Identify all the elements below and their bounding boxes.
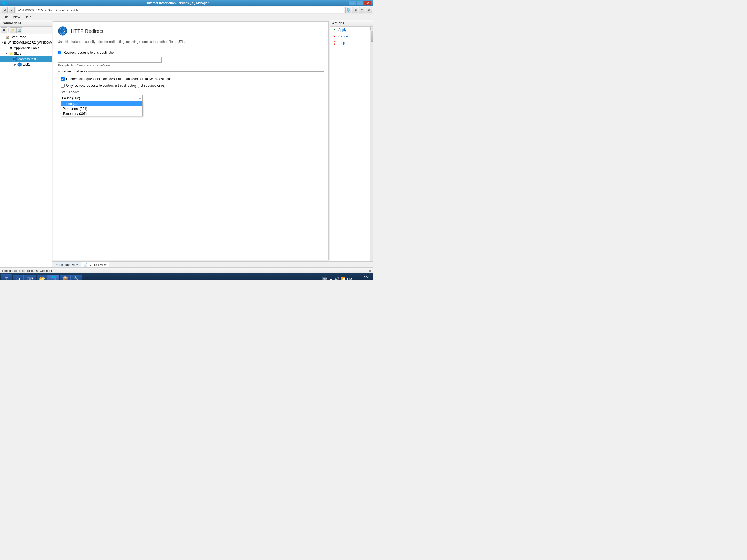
redirect-subdir-checkbox[interactable] xyxy=(61,84,65,87)
title-bar-icon: 🌐 xyxy=(2,1,7,5)
tree-label-sites: Sites xyxy=(14,52,21,55)
breadcrumb-contoso[interactable]: contoso.test xyxy=(59,8,75,12)
status-code-dropdown-container: Found (302) ▼ Found (302) Permanent (301… xyxy=(61,95,143,101)
clock-date: 12/10/2016 xyxy=(355,279,370,280)
breadcrumb-sep1: ▶ xyxy=(45,8,47,11)
action-cancel[interactable]: ✖ Cancel xyxy=(330,33,370,40)
tree-toggle-test1: ▶ xyxy=(13,62,18,67)
sidebar-tool-computer[interactable]: 🖥 xyxy=(1,27,7,33)
title-bar: 🌐 Internet Information Services (IIS) Ma… xyxy=(0,0,374,6)
tree-item-test1[interactable]: ▶ test1 xyxy=(0,62,52,67)
restore-button[interactable]: ❐ xyxy=(357,1,364,5)
minimize-button[interactable]: ─ xyxy=(349,1,356,5)
tray-arrow-icon[interactable]: ▲ xyxy=(329,277,333,280)
tray-volume-icon[interactable]: 🔊 xyxy=(334,277,339,280)
action-help[interactable]: ❓ Help xyxy=(330,40,370,46)
server-icon: 🖥 xyxy=(4,41,7,45)
tree-label-test1: test1 xyxy=(23,62,30,67)
actions-header: Actions xyxy=(330,20,374,27)
start-icon: ⊞ xyxy=(5,276,9,280)
powershell-icon: ⌨ xyxy=(27,276,34,280)
actions-scrollbar[interactable]: ▲ ▼ xyxy=(370,27,374,261)
content-view-label: Content View xyxy=(88,263,106,266)
scroll-thumb[interactable] xyxy=(371,31,374,42)
redirect-exact-label: Redirect all requests to exact destinati… xyxy=(66,77,175,81)
status-monitor-icon: 🖥 xyxy=(368,269,371,272)
taskbar-item-powershell[interactable]: ⌨ xyxy=(24,275,36,280)
tray-keyboard-icon: ⌨ xyxy=(322,277,327,280)
taskbar-item-folder[interactable]: 📂 xyxy=(36,275,48,280)
content-view-tab[interactable]: 📄 Content View xyxy=(81,262,109,268)
taskbar-item-iis[interactable]: 🌐 xyxy=(48,275,59,280)
tree-item-sites[interactable]: ▼ 📁 Sites xyxy=(0,51,52,56)
redirect-exact-row: Redirect all requests to exact destinati… xyxy=(61,77,321,81)
tools-icon: 🔧 xyxy=(74,276,80,280)
tree-toggle-startpage xyxy=(1,35,5,40)
addr-back-action-button[interactable]: ◀ xyxy=(352,7,358,13)
breadcrumb-sites[interactable]: Sites xyxy=(48,8,54,12)
tree-item-startpage[interactable]: 🏠 Start Page xyxy=(0,34,52,40)
breadcrumb-root[interactable]: WINDOWS2012R2 xyxy=(18,8,44,12)
option-permanent-301[interactable]: Permanent (301) xyxy=(61,106,143,111)
contoso-icon xyxy=(13,57,18,61)
tree-label-contoso: contoso.test xyxy=(18,57,36,61)
taskbar-tray: ⌨ ▲ 🔊 📶 ENG 09:28 12/10/2016 xyxy=(319,275,372,280)
actions-panel: Actions ▲ ▼ ✔ Apply ✖ Cancel xyxy=(330,20,374,261)
redirect-destination-checkbox[interactable] xyxy=(58,51,61,54)
tree-item-apppools[interactable]: ⚙ Application Pools xyxy=(0,45,52,51)
redirect-behavior-legend: Redirect Behavior xyxy=(60,70,88,73)
scroll-up-button[interactable]: ▲ xyxy=(370,27,374,30)
breadcrumb-sep2: ▶ xyxy=(56,8,58,11)
menu-view[interactable]: View xyxy=(11,15,22,20)
help-icon: ❓ xyxy=(332,41,337,45)
taskbar-item-explorer[interactable]: 🗂 xyxy=(12,275,24,280)
menu-help[interactable]: Help xyxy=(22,15,33,20)
redirect-destination-input[interactable]: http://www.contoso.com/newredirectpage xyxy=(58,57,162,62)
redirect-behavior-group: Redirect Behavior Redirect all requests … xyxy=(58,71,324,104)
tree-item-server[interactable]: ▼ 🖥 WINDOWS2012R2 (WINDOWS... xyxy=(0,40,52,45)
startpage-icon: 🏠 xyxy=(5,35,10,40)
addr-settings-button[interactable]: ⚙ xyxy=(366,7,372,13)
test1-icon xyxy=(18,62,22,67)
sites-icon: 📁 xyxy=(9,51,13,56)
status-code-select[interactable]: Found (302) ▼ xyxy=(61,95,143,101)
cancel-icon: ✖ xyxy=(332,34,337,39)
option-temporary-307[interactable]: Temporary (307) xyxy=(61,111,143,116)
back-button[interactable]: ◀ xyxy=(2,7,8,13)
page-header: HTTP Redirect xyxy=(58,26,324,36)
status-code-dropdown-list: Found (302) Permanent (301) Temporary (3… xyxy=(61,101,143,117)
folder-icon: 📂 xyxy=(39,276,45,280)
addr-globe-button[interactable]: 🌐 xyxy=(345,7,351,13)
tree-toggle-contoso: ▼ xyxy=(9,57,13,61)
forward-button[interactable]: ▶ xyxy=(9,7,15,13)
tree-label-apppools: Application Pools xyxy=(14,46,39,50)
view-tabs: ⊞ Features View 📄 Content View xyxy=(52,261,374,268)
action-apply[interactable]: ✔ Apply xyxy=(330,27,370,33)
action-apply-label: Apply xyxy=(338,28,346,32)
redirect-exact-checkbox[interactable] xyxy=(61,77,65,81)
menu-file[interactable]: File xyxy=(1,15,11,20)
tray-network-icon[interactable]: 📶 xyxy=(341,277,345,280)
filezilla-icon: 📦 xyxy=(62,276,68,280)
sidebar-tree: 🏠 Start Page ▼ 🖥 WINDOWS2012R2 (WINDOWS.… xyxy=(0,34,52,268)
address-bar-actions: 🌐 ◀ ? ⚙ xyxy=(345,7,372,13)
close-button[interactable]: ✕ xyxy=(364,1,371,5)
features-view-tab[interactable]: ⊞ Features View xyxy=(53,262,81,268)
start-button[interactable]: ⊞ xyxy=(1,274,12,280)
breadcrumb: WINDOWS2012R2 ▶ Sites ▶ contoso.test ▶ xyxy=(18,8,78,12)
addr-help-button[interactable]: ? xyxy=(359,7,365,13)
taskbar-item-tools[interactable]: 🔧 xyxy=(71,275,82,280)
taskbar-item-filezilla[interactable]: 📦 xyxy=(60,275,71,280)
breadcrumb-sep3: ▶ xyxy=(76,8,78,11)
content-view-icon: 📄 xyxy=(83,263,87,266)
scroll-track xyxy=(370,30,374,261)
sidebar-tool-refresh[interactable]: 🔄 xyxy=(17,27,22,33)
tree-item-contoso[interactable]: ▼ contoso.test xyxy=(0,56,52,62)
address-field[interactable]: WINDOWS2012R2 ▶ Sites ▶ contoso.test ▶ xyxy=(16,7,344,13)
sidebar: Connections 🖥 | 📁 🔄 🏠 Start Page ▼ 🖥 WIN… xyxy=(0,20,52,268)
sidebar-tool-folder[interactable]: 📁 xyxy=(10,27,16,33)
apppools-icon: ⚙ xyxy=(9,46,13,50)
option-found-302[interactable]: Found (302) xyxy=(61,101,143,106)
status-bar: Configuration: 'contoso.test' web.config… xyxy=(0,268,374,274)
redirect-destination-row: Redirect requests to this destination: xyxy=(58,51,324,54)
